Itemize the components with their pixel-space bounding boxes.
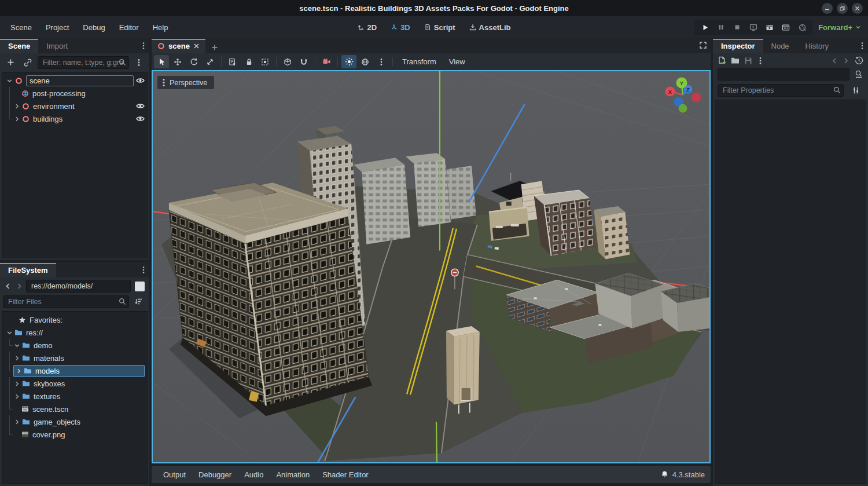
menu-editor[interactable]: Editor: [113, 20, 145, 35]
fs-row-scene-tscn[interactable]: scene.tscn: [2, 403, 147, 415]
close-tab-icon[interactable]: [193, 43, 200, 49]
tab-filesystem[interactable]: FileSystem: [0, 263, 56, 277]
add-node-button[interactable]: [3, 56, 18, 69]
orientation-gizmo[interactable]: Z Y X: [661, 74, 705, 118]
view-menu[interactable]: View: [443, 55, 471, 68]
chevron-down-icon[interactable]: [13, 342, 21, 349]
viewport-3d[interactable]: Perspective Z Y X: [152, 70, 711, 463]
lock-icon[interactable]: [241, 55, 256, 68]
visibility-eye-icon[interactable]: [136, 77, 145, 84]
list-select-icon[interactable]: [225, 55, 240, 68]
distraction-free-icon[interactable]: [699, 41, 707, 49]
sort-files-icon[interactable]: [131, 295, 146, 308]
bottom-tab-debugger[interactable]: Debugger: [193, 467, 237, 482]
play-scene-button[interactable]: [763, 21, 777, 33]
tree-row-post-processing[interactable]: post-processing: [2, 87, 147, 100]
tree-row-buildings[interactable]: buildings: [2, 112, 147, 125]
switch-assetlib[interactable]: AssetLib: [465, 21, 516, 34]
snap-magnet-icon[interactable]: [296, 55, 311, 68]
tab-scene[interactable]: Scene: [0, 39, 38, 53]
tab-import[interactable]: Import: [38, 39, 76, 53]
renderer-selector[interactable]: Forward+: [818, 23, 861, 32]
node-rename-field[interactable]: scene: [26, 75, 134, 86]
load-resource-icon[interactable]: [731, 57, 740, 64]
fs-row-demo[interactable]: demo: [2, 339, 147, 352]
remote-debug-icon[interactable]: [746, 21, 760, 33]
gizmo-z-label[interactable]: Z: [686, 86, 690, 93]
visibility-eye-icon[interactable]: [136, 103, 145, 109]
chevron-down-icon[interactable]: [6, 77, 13, 85]
play-custom-scene-button[interactable]: [779, 21, 793, 33]
menu-help[interactable]: Help: [147, 20, 174, 35]
fs-row-textures[interactable]: textures: [2, 390, 147, 403]
version-info[interactable]: 4.3.stable: [661, 470, 705, 479]
nav-back-icon[interactable]: [3, 283, 12, 290]
move-tool-icon[interactable]: [170, 55, 185, 68]
property-tools-icon[interactable]: [848, 83, 863, 97]
scale-tool-icon[interactable]: [203, 55, 218, 68]
stop-button[interactable]: [730, 21, 744, 33]
gizmo-x-label[interactable]: X: [668, 89, 672, 95]
menu-scene[interactable]: Scene: [5, 20, 38, 35]
gizmo-y-label[interactable]: Y: [680, 80, 684, 86]
instance-scene-button[interactable]: [20, 56, 35, 69]
switch-script[interactable]: Script: [420, 21, 460, 34]
movie-maker-icon[interactable]: [795, 21, 809, 33]
tab-inspector[interactable]: Inspector: [713, 39, 763, 53]
chevron-right-icon[interactable]: [13, 393, 21, 400]
save-resource-icon[interactable]: [744, 57, 752, 65]
viewport-3d-scene[interactable]: [153, 71, 709, 462]
fs-row-models[interactable]: models: [2, 364, 147, 377]
new-tab-button[interactable]: [205, 42, 224, 53]
nav-forward-icon[interactable]: [14, 283, 24, 290]
viewport-options-icon[interactable]: [374, 55, 389, 68]
bottom-tab-audio[interactable]: Audio: [238, 467, 269, 482]
title-bar[interactable]: scene.tscn - Realistic Buildings 3D Asse…: [0, 0, 868, 16]
bottom-tab-animation[interactable]: Animation: [270, 467, 315, 482]
preview-sun-icon[interactable]: [341, 55, 356, 68]
dock-options-icon[interactable]: [140, 42, 147, 50]
resource-options-icon[interactable]: [757, 57, 764, 65]
tree-row-scene[interactable]: scene: [2, 74, 147, 87]
transform-menu[interactable]: Transform: [396, 55, 442, 68]
chevron-down-icon[interactable]: [6, 329, 13, 337]
current-folder-button[interactable]: [135, 282, 145, 291]
preview-environment-icon[interactable]: [358, 55, 373, 68]
file-filter-input[interactable]: [3, 295, 129, 308]
play-button[interactable]: [698, 21, 712, 33]
fs-row-res[interactable]: res://: [2, 326, 147, 339]
open-scene-tab[interactable]: scene: [152, 39, 205, 53]
property-filter-input[interactable]: [718, 84, 844, 97]
bottom-tab-output[interactable]: Output: [157, 467, 192, 482]
tree-row-environment[interactable]: environment: [2, 100, 147, 112]
path-field[interactable]: [26, 280, 131, 293]
chevron-right-icon[interactable]: [15, 367, 23, 375]
fs-row-cover-png[interactable]: cover.png: [2, 428, 147, 441]
menu-debug[interactable]: Debug: [77, 20, 111, 35]
history-back-icon[interactable]: [832, 57, 837, 64]
fs-row-game-objects[interactable]: game_objects: [2, 415, 147, 428]
chevron-right-icon[interactable]: [13, 418, 21, 426]
new-resource-icon[interactable]: [718, 56, 726, 65]
open-docs-icon[interactable]: [854, 70, 863, 79]
local-space-icon[interactable]: [280, 55, 295, 68]
gizmo-neg-y-ball[interactable]: [679, 104, 687, 113]
chevron-right-icon[interactable]: [13, 380, 21, 388]
visibility-eye-icon[interactable]: [136, 115, 145, 122]
tab-history[interactable]: History: [797, 39, 837, 53]
rotate-tool-icon[interactable]: [186, 55, 201, 68]
tab-node[interactable]: Node: [763, 39, 797, 53]
scene-filter-input[interactable]: [38, 56, 129, 69]
gizmo-neg-x-ball[interactable]: [692, 93, 701, 103]
chevron-right-icon[interactable]: [13, 355, 21, 362]
menu-project[interactable]: Project: [40, 20, 75, 35]
restore-button[interactable]: [837, 3, 848, 14]
switch-2d[interactable]: 2D: [353, 21, 382, 34]
fs-row-skyboxes[interactable]: skyboxes: [2, 377, 147, 390]
camera-preview-icon[interactable]: [319, 55, 334, 68]
close-button[interactable]: [852, 3, 863, 14]
switch-3d[interactable]: 3D: [386, 21, 415, 34]
dock-options-icon[interactable]: [140, 266, 147, 274]
chevron-right-icon[interactable]: [13, 115, 21, 123]
history-forward-icon[interactable]: [843, 57, 849, 64]
